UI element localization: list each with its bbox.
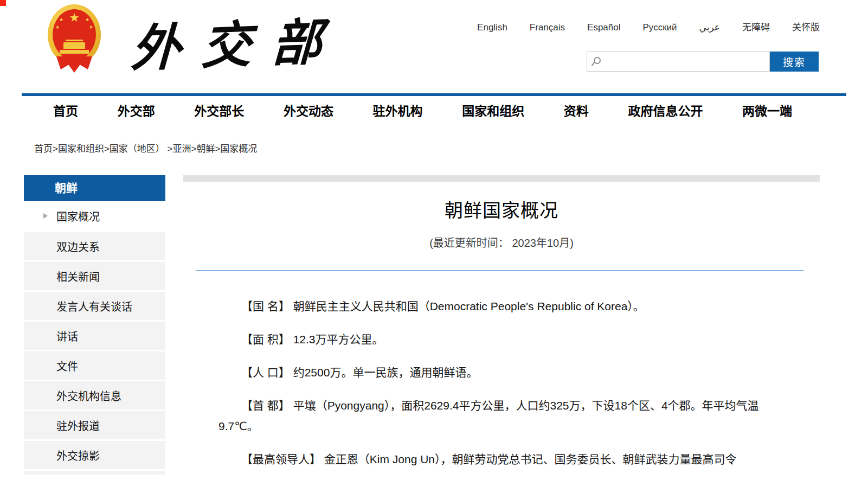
article-paragraph: 【最高领导人】 金正恩（Kim Jong Un），朝鲜劳动党总书记、国务委员长、… bbox=[218, 449, 785, 470]
sidebar-item[interactable]: 文件 bbox=[24, 351, 165, 380]
mfa-calligraphy-logo[interactable]: 外交部 bbox=[130, 1, 344, 80]
star-icon: ★ bbox=[59, 17, 63, 22]
article-paragraph: 【首 都】 平壤（Pyongyang），面积2629.4平方公里，人口约325万… bbox=[218, 395, 785, 437]
nav-item[interactable]: 两微一端 bbox=[742, 101, 792, 119]
sidebar-item[interactable]: 讲话 bbox=[24, 322, 165, 350]
language-link[interactable]: Español bbox=[587, 22, 620, 33]
article-content: 朝鲜国家概况 (最近更新时间： 2023年10月) 【国 名】 朝鲜民主主义人民… bbox=[183, 175, 820, 480]
search-input-wrap bbox=[587, 52, 770, 72]
language-link[interactable]: عربي bbox=[699, 22, 720, 33]
article-update-time: (最近更新时间： 2023年10月) bbox=[183, 234, 820, 250]
arrow-right-icon bbox=[43, 213, 48, 219]
article-paragraphs: 【国 名】 朝鲜民主主义人民共和国（Democratic People's Re… bbox=[218, 296, 785, 470]
nav-item[interactable]: 外交部长 bbox=[194, 101, 244, 119]
language-link[interactable]: Русский bbox=[642, 22, 677, 33]
search-icon bbox=[594, 57, 601, 64]
article-paragraph: 【人 口】 约2500万。单一民族，通用朝鲜语。 bbox=[218, 362, 785, 383]
divider-line bbox=[196, 270, 803, 271]
corner-red-artifact bbox=[0, 0, 6, 6]
sidebar-item[interactable]: 相关新闻 bbox=[24, 262, 165, 290]
emblem-ribbon bbox=[56, 56, 92, 73]
breadcrumb[interactable]: 首页>国家和组织>国家（地区） >亚洲>朝鲜>国家概况 bbox=[34, 141, 868, 155]
sidebar-item[interactable]: 驻外报道 bbox=[24, 411, 165, 439]
nav-item[interactable]: 外交部 bbox=[118, 101, 155, 119]
national-emblem-logo[interactable]: ★ ★ ★ ★ ★ bbox=[48, 4, 101, 73]
nav-item[interactable]: 首页 bbox=[53, 101, 78, 119]
emblem-gold-ring: ★ ★ ★ ★ ★ bbox=[48, 4, 101, 65]
nav-item[interactable]: 资料 bbox=[564, 101, 589, 119]
sidebar-item-partial bbox=[24, 471, 165, 475]
main-nav: 首页 外交部 外交部长 外交动态 驻外机构 国家和组织 资料 政府信息公开 两微… bbox=[22, 93, 846, 124]
mfa-website-page: ★ ★ ★ ★ ★ 外交部 English Français Español bbox=[0, 0, 868, 480]
emblem-red-core: ★ ★ ★ ★ ★ bbox=[53, 9, 96, 60]
sidebar-list: 双边关系 相关新闻 发言人有关谈话 讲话 文件 外交机构信息 驻外报道 外交掠影 bbox=[24, 232, 165, 469]
language-link[interactable]: Français bbox=[530, 22, 565, 33]
search-button[interactable]: 搜索 bbox=[770, 52, 819, 72]
tiananmen-base-icon bbox=[60, 50, 89, 54]
sidebar: 朝鲜 国家概况 双边关系 相关新闻 发言人有关谈话 讲话 文件 外交机构信息 bbox=[24, 175, 165, 475]
star-icon: ★ bbox=[69, 12, 80, 24]
sidebar-header-dprk[interactable]: 朝鲜 bbox=[24, 175, 165, 201]
site-header: ★ ★ ★ ★ ★ 外交部 English Français Español bbox=[0, 0, 868, 93]
article-title: 朝鲜国家概况 bbox=[183, 196, 820, 222]
star-icon: ★ bbox=[85, 17, 89, 22]
sidebar-item-country-overview[interactable]: 国家概况 bbox=[24, 201, 165, 231]
sidebar-item[interactable]: 发言人有关谈话 bbox=[24, 292, 165, 320]
content-top-strip bbox=[183, 175, 820, 182]
article-paragraph: 【国 名】 朝鲜民主主义人民共和国（Democratic People's Re… bbox=[218, 296, 785, 317]
nav-item[interactable]: 国家和组织 bbox=[462, 101, 524, 119]
nav-item[interactable]: 政府信息公开 bbox=[628, 101, 703, 119]
article-paragraph: 【面 积】 12.3万平方公里。 bbox=[218, 329, 785, 350]
nav-item[interactable]: 驻外机构 bbox=[373, 101, 423, 119]
sidebar-item[interactable]: 双边关系 bbox=[24, 232, 165, 260]
star-icon: ★ bbox=[89, 25, 93, 30]
star-icon: ★ bbox=[55, 25, 60, 30]
main-area: 朝鲜 国家概况 双边关系 相关新闻 发言人有关谈话 讲话 文件 外交机构信息 bbox=[0, 175, 868, 480]
sidebar-item[interactable]: 外交掠影 bbox=[24, 441, 165, 469]
language-link[interactable]: 关怀版 bbox=[792, 20, 820, 33]
language-links: English Français Español Русский عربي 无障… bbox=[477, 20, 820, 33]
language-link[interactable]: English bbox=[477, 22, 507, 33]
language-link[interactable]: 无障碍 bbox=[742, 20, 770, 33]
tiananmen-gate-icon bbox=[63, 42, 85, 49]
search-bar: 搜索 bbox=[587, 52, 819, 72]
search-input[interactable] bbox=[587, 52, 769, 71]
nav-item[interactable]: 外交动态 bbox=[284, 101, 333, 119]
sidebar-item[interactable]: 外交机构信息 bbox=[24, 381, 165, 409]
sidebar-item-label: 国家概况 bbox=[56, 208, 100, 224]
